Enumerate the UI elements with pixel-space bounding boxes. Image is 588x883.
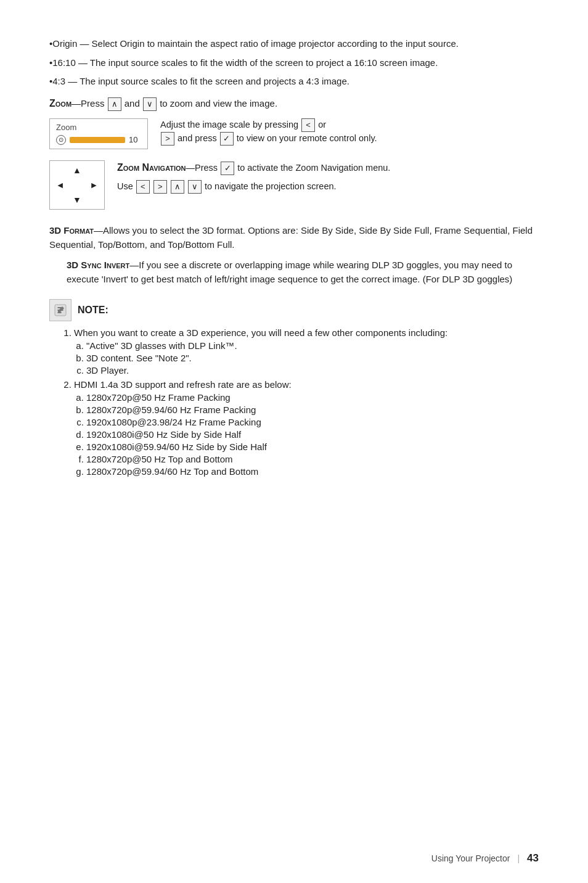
zoom-down-btn: ∨	[143, 97, 157, 111]
footer-separator: |	[517, 853, 520, 863]
bullet-origin: •Origin — Select Origin to maintain the …	[49, 37, 539, 89]
zoom-info-row: Zoom ⊙ 10 Adjust the image scale by pres…	[49, 118, 539, 149]
note-item-1a: "Active" 3D glasses with DLP Link™.	[86, 340, 539, 351]
zoom-up-btn: ∧	[108, 97, 121, 111]
note-item-2c: 1920x1080p@23.98/24 Hz Frame Packing	[86, 417, 539, 427]
zoom-nav-heading: Zoom Navigation	[117, 162, 186, 173]
zoom-nav-widget: ▲ ◄ ► ▼	[49, 160, 105, 210]
nav-btn-right: >	[153, 180, 167, 194]
note-item-2g: 1280x720p@59.94/60 Hz Top and Bottom	[86, 466, 539, 477]
zoom-nav-press-line: Zoom Navigation—Press ✓ to activate the …	[117, 160, 539, 175]
note-section: NOTE: When you want to create a 3D exper…	[49, 299, 539, 477]
footer-text: Using Your Projector	[431, 853, 510, 863]
note-item-2b: 1280x720p@59.94/60 Hz Frame Packing	[86, 405, 539, 415]
zoom-box-title: Zoom	[56, 123, 141, 132]
note-header: NOTE:	[49, 299, 539, 321]
zoom-nav-use-line: Use < > ∧ ∨ to navigate the projection s…	[117, 180, 539, 194]
note-list: When you want to create a 3D experience,…	[68, 327, 539, 477]
nav-up-arrow: ▲	[73, 165, 81, 175]
sync-invert-section: 3D Sync Invert—If you see a discrete or …	[67, 258, 539, 287]
zoom-widget: Zoom ⊙ 10	[49, 118, 148, 149]
footer-page-number: 43	[527, 852, 539, 865]
note-svg-icon	[54, 303, 67, 317]
zoom-bar-row: ⊙ 10	[56, 135, 141, 145]
zoom-bar	[70, 137, 125, 143]
note-item-2a: 1280x720p@50 Hz Frame Packing	[86, 392, 539, 403]
sync-invert-heading: 3D Sync Invert	[67, 260, 129, 270]
note-icon	[49, 299, 71, 321]
note-item-2d: 1920x1080i@50 Hz Side by Side Half	[86, 429, 539, 440]
zoom-number: 10	[129, 135, 137, 144]
nav-right-arrow: ►	[89, 180, 98, 190]
format-3d-section: 3D Format—Allows you to select the 3D fo…	[49, 223, 539, 252]
zoom-check-btn: ✓	[220, 132, 234, 146]
note-item-1b: 3D content. See "Note 2".	[86, 353, 539, 363]
note-item-2-sub: 1280x720p@50 Hz Frame Packing 1280x720p@…	[86, 392, 539, 477]
zoom-right-btn: >	[161, 132, 174, 146]
nav-down-arrow: ▼	[73, 195, 81, 205]
nav-btn-up: ∧	[171, 180, 184, 194]
sync-invert-text: If you see a discrete or overlapping ima…	[67, 260, 512, 284]
nav-left-arrow: ◄	[56, 180, 65, 190]
format-3d-text: Allows you to select the 3D format. Opti…	[49, 225, 533, 250]
note-item-1-sub: "Active" 3D glasses with DLP Link™. 3D c…	[86, 340, 539, 376]
note-item-1c: 3D Player.	[86, 365, 539, 376]
note-item-2: HDMI 1.4a 3D support and refresh rate ar…	[74, 379, 539, 477]
nav-btn-left: <	[136, 180, 150, 194]
zoom-nav-description: Zoom Navigation—Press ✓ to activate the …	[117, 160, 539, 194]
zoom-nav-check-btn: ✓	[221, 162, 234, 175]
note-title-label: NOTE:	[78, 305, 108, 316]
nav-btn-down: ∨	[188, 180, 202, 194]
zoom-description: Adjust the image scale by pressing < or …	[160, 118, 539, 146]
page-footer: Using Your Projector | 43	[431, 852, 539, 865]
note-item-2e: 1920x1080i@59.94/60 Hz Side by Side Half	[86, 442, 539, 452]
zoom-navigation-row: ▲ ◄ ► ▼ Zoom Navigation—Press ✓ to activ…	[49, 160, 539, 210]
zoom-left-btn: <	[301, 118, 315, 132]
note-item-1: When you want to create a 3D experience,…	[74, 327, 539, 376]
note-items-list: When you want to create a 3D experience,…	[74, 327, 539, 477]
zoom-heading-line: Zoom—Press ∧ and ∨ to zoom and view the …	[49, 97, 539, 111]
page-content: •Origin — Select Origin to maintain the …	[0, 0, 588, 532]
zoom-circle-icon: ⊙	[56, 135, 66, 145]
format-3d-heading: 3D Format	[49, 225, 94, 236]
note-item-2f: 1280x720p@50 Hz Top and Bottom	[86, 454, 539, 464]
zoom-heading-label: Zoom	[49, 98, 71, 109]
